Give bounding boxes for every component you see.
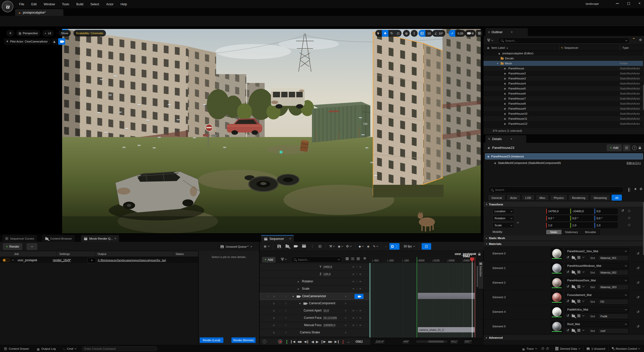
render-add-button[interactable]: +Render <box>3 243 22 250</box>
job-column[interactable]: Job <box>14 252 19 255</box>
browse-asset-icon[interactable] <box>572 257 575 259</box>
scale-y-field[interactable]: 1,0 <box>570 223 593 228</box>
to-front-button[interactable]: ❙◀ <box>290 340 295 343</box>
details-scrollbar[interactable] <box>643 202 644 255</box>
help-icon[interactable]: ? <box>632 146 637 150</box>
use-selected-icon[interactable]: ↺ <box>567 314 569 318</box>
filter-tab[interactable]: LOD <box>522 195 535 201</box>
outliner-row[interactable]: postapocalyplse (Editor) <box>484 51 643 56</box>
rotation-z-field[interactable]: 0,0 ° <box>594 215 618 221</box>
texture-options-icon[interactable] <box>577 329 580 332</box>
add-key-button[interactable]: + <box>345 309 347 313</box>
output-log-button[interactable]: Output Log <box>42 347 56 350</box>
revert-icon[interactable]: ↺ <box>636 251 639 255</box>
outliner-row[interactable]: ▾ Mesh Folder <box>484 61 643 66</box>
remove-job-button[interactable]: − <box>27 243 37 250</box>
scale-z-field[interactable]: 1,0 <box>594 223 618 228</box>
insights-gauge-icon[interactable] <box>541 347 544 350</box>
close-icon[interactable]: × <box>510 137 512 141</box>
add-section-button[interactable]: + <box>345 294 347 298</box>
close-icon[interactable]: × <box>511 30 513 34</box>
perspective-button[interactable]: ▧Perspective <box>16 30 41 36</box>
cmd-button[interactable]: Cmd <box>67 347 73 350</box>
outliner-filter-button[interactable] <box>487 39 493 41</box>
scale-snap-value[interactable]: 0,25 <box>455 32 465 35</box>
browse-asset-icon[interactable] <box>572 271 575 274</box>
slot-name-field[interactable]: roof <box>598 328 628 334</box>
outliner-row[interactable]: PanelHouse3 StaticMeshActor <box>484 76 643 81</box>
outliner-scrollbar[interactable] <box>643 85 644 110</box>
snap-magnet-button[interactable]: Ω⋮ <box>389 243 399 250</box>
current-frame[interactable]: 0562 <box>355 340 363 343</box>
static-mesh-section-header[interactable]: ▸Static Mesh <box>484 235 644 241</box>
queue-menu[interactable]: Unsaved Queue * ▼ <box>220 243 252 250</box>
outliner-settings-icon[interactable]: ⚙ <box>639 38 642 42</box>
filter-tab[interactable]: Actor <box>507 195 520 201</box>
track-row-camera-shake[interactable]: ▣∩⊘ Camera Shake + <box>260 329 370 336</box>
expand-arrow[interactable]: ▸ <box>13 259 14 261</box>
keyframe-nav[interactable]: ◀◇▶ <box>352 280 364 283</box>
use-selected-icon[interactable]: ↺ <box>567 270 569 274</box>
blueprint-convert-button[interactable] <box>623 145 630 151</box>
mobility-movable[interactable]: Movable <box>582 230 599 235</box>
grid-snap-value[interactable]: 10 <box>425 32 433 35</box>
unreal-logo[interactable]: u <box>2 1 13 12</box>
timeline-ruler[interactable]: -450-300-1500000015003000450 <box>372 258 476 262</box>
revert-icon[interactable]: ↺ <box>636 324 639 328</box>
texture-options-icon[interactable] <box>577 314 580 317</box>
track-filter-button[interactable] <box>281 258 287 260</box>
outliner-row[interactable]: PanelHouse StaticMeshActor <box>484 66 643 71</box>
texture-options-icon[interactable] <box>577 300 580 303</box>
use-selected-icon[interactable]: ↺ <box>567 285 569 288</box>
material-dropdown[interactable]: Roof_Mat <box>565 321 629 327</box>
component-row[interactable]: ◈ StaticMeshComponent (StaticMeshCompone… <box>485 160 643 166</box>
menu-item[interactable]: Help <box>117 3 131 6</box>
keyframe-nav[interactable]: ◀◇▶ <box>352 317 364 319</box>
move-tool-button[interactable]: ✚ <box>382 30 388 37</box>
frame-forward-button[interactable]: ❙▶ <box>320 340 326 343</box>
minimize-icon[interactable] <box>616 3 619 4</box>
sequence-browse-button[interactable]: ⊕ <box>260 244 271 248</box>
menu-item[interactable]: Select <box>87 3 103 6</box>
edit-in-cpp-link[interactable]: Edit in C++ <box>627 161 641 164</box>
tab-movie-render-queue[interactable]: Movie Render Q... × <box>81 235 119 242</box>
details-search-input[interactable] <box>495 188 621 191</box>
outliner-row[interactable]: PanelHouse9 StaticMeshActor <box>484 106 643 111</box>
type-column[interactable]: Type <box>620 46 644 49</box>
material-dropdown[interactable]: Fuoundament_Mat <box>565 292 629 298</box>
create-camera-icon[interactable] <box>294 245 297 247</box>
range-start-value[interactable]: -11614* <box>375 340 384 343</box>
scale-tool-button[interactable]: ◰ <box>395 30 401 37</box>
viewport-options-button[interactable]: ≡ <box>6 30 14 36</box>
memory-gauge-icon[interactable] <box>546 347 549 350</box>
jump-icon[interactable]: → <box>346 340 350 344</box>
material-thumbnail[interactable] <box>551 321 562 333</box>
outliner-tab[interactable]: ≡ Outliner × <box>486 28 528 36</box>
track-value[interactable]: 100000,0 <box>323 324 335 327</box>
revert-icon[interactable]: ↺ <box>636 266 639 270</box>
playback-options-dropdown[interactable]: ⚙ <box>346 244 351 248</box>
filter-tab[interactable]: Rendering <box>569 195 589 201</box>
texture-options-icon[interactable] <box>577 271 580 274</box>
scale-snap-button[interactable]: ↗ <box>449 30 455 37</box>
slot-name-field[interactable]: Padik <box>598 314 628 319</box>
track-row-aperture[interactable]: ▣∩⊘ Current Apert 10,0 + ◀◇▶ <box>260 307 370 315</box>
viewport[interactable]: TIR <box>0 27 483 234</box>
record-button[interactable] <box>278 339 282 344</box>
outliner-row[interactable]: PanelHouse8 StaticMeshActor <box>484 101 643 106</box>
more-options-icon[interactable]: ⋮ <box>311 245 314 248</box>
add-key-button[interactable]: + <box>345 323 347 327</box>
tools-dropdown[interactable]: ⚒ <box>329 244 335 248</box>
slot-name-field[interactable]: Material_003 <box>598 284 628 290</box>
material-dropdown[interactable]: PanelHouse2_1tex_Mat <box>565 248 629 254</box>
track-value[interactable]: 2400,0 <box>323 265 332 269</box>
trace-button[interactable]: Trace <box>522 347 537 350</box>
selection-side-tab[interactable]: Selection <box>478 261 484 289</box>
prev-key-button[interactable]: ◀◆ <box>297 340 302 343</box>
hierarchy-icon[interactable] <box>319 245 321 247</box>
materials-section-header[interactable]: ▾Materials <box>484 241 644 247</box>
tab-sequencer[interactable]: Sequencer × <box>261 235 294 242</box>
camera-section-bar[interactable] <box>418 293 475 299</box>
tab-sequencer-curves[interactable]: Sequencer Curves <box>3 235 37 242</box>
menu-item[interactable]: Actor <box>103 3 117 6</box>
